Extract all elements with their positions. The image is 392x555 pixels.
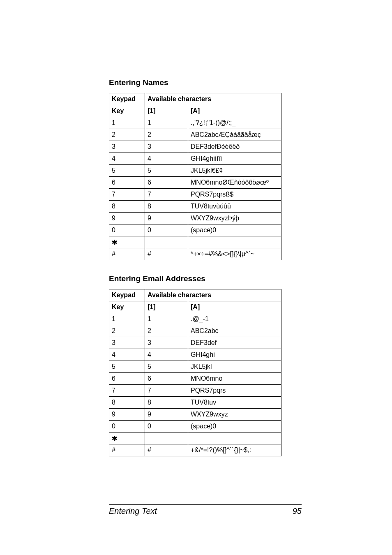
table-row: 55JKL5jkl€£¢: [109, 165, 281, 177]
cell: (space)0: [188, 224, 281, 236]
table-row: 66MNO6mnoØŒñòóôõöøœº: [109, 177, 281, 189]
table-row: 99WXYZ9wxyz: [109, 409, 281, 421]
cell: 8: [145, 397, 188, 409]
cell: +&/*=!?()%[]^`´{}|~$,:: [188, 444, 281, 456]
table-row: ✱: [109, 432, 281, 444]
cell: 3: [145, 141, 188, 153]
table-row: 33DEF3defÐèéêëð: [109, 141, 281, 153]
cell: 5: [109, 165, 145, 177]
cell: 7: [109, 385, 145, 397]
cell: 6: [145, 177, 188, 189]
cell: 2: [145, 325, 188, 337]
table-row: 77PQRS7pqrs: [109, 385, 281, 397]
cell: 8: [109, 201, 145, 213]
cell: #: [109, 248, 145, 260]
table-row: 00(space)0: [109, 421, 281, 432]
table-row: 00(space)0: [109, 224, 281, 236]
cell: #: [145, 444, 188, 456]
cell: 9: [145, 213, 188, 224]
th-keypad: Keypad: [109, 93, 145, 105]
cell: #: [145, 248, 188, 260]
cell: DEF3def: [188, 337, 281, 349]
cell: 2: [145, 129, 188, 141]
cell: 8: [109, 397, 145, 409]
cell: 3: [109, 337, 145, 349]
th-a: [A]: [188, 105, 281, 117]
cell: 2: [109, 129, 145, 141]
cell: .,'?¿!¡"1-()@/:;_: [188, 117, 281, 129]
page: Entering Names Keypad Available characte…: [0, 0, 392, 555]
table-row: 33DEF3def: [109, 337, 281, 349]
cell: [188, 432, 281, 444]
cell: [145, 236, 188, 248]
table-row: 88TUV8tuv: [109, 397, 281, 409]
cell: 6: [109, 373, 145, 385]
cell: (space)0: [188, 421, 281, 432]
cell: ✱: [109, 432, 145, 444]
cell: [188, 236, 281, 248]
cell: TUV8tuv: [188, 397, 281, 409]
cell: 7: [145, 385, 188, 397]
cell: MNO6mno: [188, 373, 281, 385]
cell: 1: [109, 313, 145, 325]
cell: 6: [145, 373, 188, 385]
table-row: ##+&/*=!?()%[]^`´{}|~$,:: [109, 444, 281, 456]
th-one: [1]: [145, 105, 188, 117]
th-available: Available characters: [145, 289, 281, 301]
page-number: 95: [293, 506, 302, 516]
cell: 4: [109, 153, 145, 165]
cell: MNO6mnoØŒñòóôõöøœº: [188, 177, 281, 189]
cell: WXYZ9wxyz: [188, 409, 281, 421]
table-row: ##*+×÷=#%&<>[]{}\|µ^`~: [109, 248, 281, 260]
th-key: Key: [109, 301, 145, 313]
table-row: 66MNO6mno: [109, 373, 281, 385]
cell: 4: [145, 153, 188, 165]
table-row: 88TUV8tuvùúûü: [109, 201, 281, 213]
cell: DEF3defÐèéêëð: [188, 141, 281, 153]
cell: 1: [145, 117, 188, 129]
cell: JKL5jkl€£¢: [188, 165, 281, 177]
table-row: 22ABC2abcÆÇàáâãäåæç: [109, 129, 281, 141]
cell: 9: [109, 213, 145, 224]
table-row: 77PQRS7pqrsß$: [109, 189, 281, 201]
cell: 2: [109, 325, 145, 337]
table-row: 55JKL5jkl: [109, 361, 281, 373]
section-heading: Entering Names: [109, 78, 302, 87]
cell: #: [109, 444, 145, 456]
cell: 9: [109, 409, 145, 421]
cell: *+×÷=#%&<>[]{}\|µ^`~: [188, 248, 281, 260]
table-row: 11.@_-1: [109, 313, 281, 325]
page-footer: Entering Text 95: [109, 504, 302, 516]
th-keypad: Keypad: [109, 289, 145, 301]
table-row: 99WXYZ9wxyzÞýþ: [109, 213, 281, 224]
table-row: 11.,'?¿!¡"1-()@/:;_: [109, 117, 281, 129]
cell: 0: [145, 421, 188, 432]
cell: 5: [109, 361, 145, 373]
cell: 0: [109, 224, 145, 236]
cell: ABC2abcÆÇàáâãäåæç: [188, 129, 281, 141]
cell: 3: [109, 141, 145, 153]
th-a: [A]: [188, 301, 281, 313]
cell: 8: [145, 201, 188, 213]
cell: 0: [109, 421, 145, 432]
table-row: 44GHI4ghi: [109, 349, 281, 361]
cell: 0: [145, 224, 188, 236]
th-key: Key: [109, 105, 145, 117]
section-heading: Entering Email Addresses: [109, 274, 302, 283]
cell: 7: [109, 189, 145, 201]
cell: 6: [109, 177, 145, 189]
cell: 5: [145, 361, 188, 373]
cell: PQRS7pqrs: [188, 385, 281, 397]
table-row: 44GHI4ghiìíîï: [109, 153, 281, 165]
cell: GHI4ghiìíîï: [188, 153, 281, 165]
table-row: ✱: [109, 236, 281, 248]
cell: 9: [145, 409, 188, 421]
cell: WXYZ9wxyzÞýþ: [188, 213, 281, 224]
cell: [145, 432, 188, 444]
cell: 7: [145, 189, 188, 201]
th-available: Available characters: [145, 93, 281, 105]
cell: .@_-1: [188, 313, 281, 325]
cell: JKL5jkl: [188, 361, 281, 373]
cell: TUV8tuvùúûü: [188, 201, 281, 213]
cell: ✱: [109, 236, 145, 248]
